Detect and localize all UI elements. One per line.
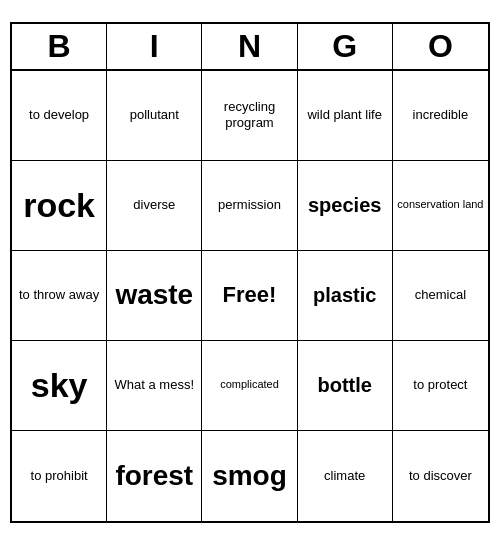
header-letter: N <box>202 24 297 69</box>
bingo-cell: forest <box>107 431 202 521</box>
bingo-cell: to discover <box>393 431 488 521</box>
bingo-cell: permission <box>202 161 297 251</box>
bingo-cell: species <box>298 161 393 251</box>
bingo-cell: What a mess! <box>107 341 202 431</box>
bingo-cell: conservation land <box>393 161 488 251</box>
bingo-cell: to throw away <box>12 251 107 341</box>
bingo-cell: waste <box>107 251 202 341</box>
bingo-header: BINGO <box>12 24 488 71</box>
header-letter: I <box>107 24 202 69</box>
bingo-cell: diverse <box>107 161 202 251</box>
bingo-cell: plastic <box>298 251 393 341</box>
bingo-cell: chemical <box>393 251 488 341</box>
bingo-cell: Free! <box>202 251 297 341</box>
header-letter: G <box>298 24 393 69</box>
bingo-cell: pollutant <box>107 71 202 161</box>
bingo-cell: wild plant life <box>298 71 393 161</box>
bingo-grid: to developpollutantrecycling programwild… <box>12 71 488 521</box>
bingo-cell: bottle <box>298 341 393 431</box>
bingo-cell: to prohibit <box>12 431 107 521</box>
bingo-cell: complicated <box>202 341 297 431</box>
bingo-cell: sky <box>12 341 107 431</box>
bingo-cell: rock <box>12 161 107 251</box>
bingo-cell: to develop <box>12 71 107 161</box>
bingo-cell: climate <box>298 431 393 521</box>
header-letter: B <box>12 24 107 69</box>
bingo-cell: to protect <box>393 341 488 431</box>
bingo-cell: incredible <box>393 71 488 161</box>
bingo-cell: smog <box>202 431 297 521</box>
bingo-card: BINGO to developpollutantrecycling progr… <box>10 22 490 523</box>
header-letter: O <box>393 24 488 69</box>
bingo-cell: recycling program <box>202 71 297 161</box>
